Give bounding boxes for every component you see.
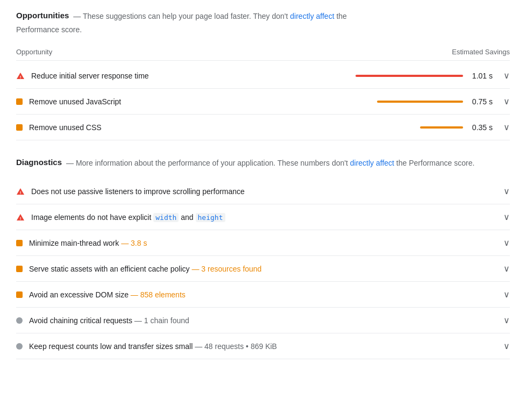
warning-square-icon — [16, 240, 23, 246]
col-header-opportunity: Opportunity — [16, 48, 52, 56]
desc-start: — These suggestions can help your page l… — [73, 12, 290, 20]
warning-triangle-icon: ! — [16, 213, 25, 222]
diagnostic-detail: — 858 elements — [129, 290, 186, 299]
chevron-down-icon[interactable]: ∨ — [503, 96, 510, 106]
savings-value: 0.75 s — [468, 97, 493, 106]
chevron-down-icon[interactable]: ∨ — [503, 186, 510, 196]
opportunity-label: Remove unused CSS — [29, 123, 102, 132]
row-right: 0.75 s∨ — [377, 96, 510, 106]
warning-square-icon — [16, 124, 23, 131]
opportunities-section: Opportunities — These suggestions can he… — [16, 11, 510, 140]
diagnostics-title: Diagnostics — [16, 158, 62, 167]
diag-desc-start: — More information about the performance… — [66, 159, 350, 167]
warning-square-icon — [16, 266, 23, 272]
diagnostic-left: Keep request counts low and transfer siz… — [16, 342, 499, 351]
diagnostic-detail: — 3 resources found — [190, 265, 262, 273]
diagnostic-row-request-counts[interactable]: Keep request counts low and transfer siz… — [16, 333, 510, 359]
diagnostic-left: Serve static assets with an efficient ca… — [16, 265, 499, 273]
diagnostic-row-image-elements[interactable]: !Image elements do not have explicit wid… — [16, 204, 510, 230]
info-circle-icon — [16, 317, 23, 324]
chevron-down-icon[interactable]: ∨ — [503, 315, 510, 325]
savings-bar — [356, 75, 463, 77]
diagnostic-row-passive-listeners[interactable]: !Does not use passive listeners to impro… — [16, 179, 510, 204]
warning-triangle-icon: ! — [16, 72, 25, 80]
diagnostic-detail: — 1 chain found — [132, 316, 189, 325]
row-left: Remove unused JavaScript — [16, 97, 377, 106]
diagnostic-label: Does not use passive listeners to improv… — [31, 187, 245, 196]
code-tag: width — [153, 213, 179, 222]
chevron-down-icon[interactable]: ∨ — [503, 341, 510, 351]
opportunity-label: Remove unused JavaScript — [29, 97, 121, 106]
row-left: Remove unused CSS — [16, 123, 420, 132]
chevron-down-icon[interactable]: ∨ — [503, 289, 510, 300]
warning-triangle-icon: ! — [16, 187, 25, 196]
diagnostic-label: Avoid chaining critical requests — 1 cha… — [29, 316, 189, 325]
opportunity-rows-container: !Reduce initial server response time1.01… — [16, 63, 510, 140]
diagnostics-header: Diagnostics — More information about the… — [16, 158, 510, 169]
savings-bar — [420, 126, 463, 129]
svg-text:!: ! — [20, 216, 22, 220]
opportunities-header: Opportunities — These suggestions can he… — [16, 11, 510, 22]
diagnostic-row-dom-size[interactable]: Avoid an excessive DOM size — 858 elemen… — [16, 282, 510, 308]
chevron-down-icon[interactable]: ∨ — [503, 238, 510, 248]
diagnostic-rows-container: !Does not use passive listeners to impro… — [16, 179, 510, 359]
directly-affect-link[interactable]: directly affect — [290, 12, 334, 20]
row-right: 0.35 s∨ — [420, 122, 510, 132]
diagnostic-left: Minimize main-thread work — 3.8 s — [16, 239, 499, 247]
diagnostic-left: Avoid an excessive DOM size — 858 elemen… — [16, 290, 499, 299]
warning-square-icon — [16, 291, 23, 298]
opportunities-subtext: Performance score. — [16, 25, 510, 34]
savings-bar — [377, 101, 463, 103]
row-left: !Reduce initial server response time — [16, 72, 356, 80]
opportunity-row-server-response-time[interactable]: !Reduce initial server response time1.01… — [16, 63, 510, 89]
diagnostic-label: Keep request counts low and transfer siz… — [29, 342, 277, 351]
info-circle-icon — [16, 343, 23, 350]
chevron-down-icon[interactable]: ∨ — [503, 212, 510, 222]
svg-text:!: ! — [20, 74, 22, 79]
diagnostic-row-cache-policy[interactable]: Serve static assets with an efficient ca… — [16, 256, 510, 282]
chevron-down-icon[interactable]: ∨ — [503, 70, 510, 81]
diagnostic-label: Avoid an excessive DOM size — 858 elemen… — [29, 290, 186, 299]
svg-text:!: ! — [20, 190, 22, 195]
diag-desc-end: the Performance score. — [394, 159, 474, 167]
code-tag: height — [196, 213, 225, 222]
diagnostic-left: !Does not use passive listeners to impro… — [16, 187, 499, 196]
savings-bar-container: 1.01 s — [356, 72, 493, 80]
diagnostic-row-main-thread[interactable]: Minimize main-thread work — 3.8 s∨ — [16, 230, 510, 256]
savings-value: 0.35 s — [468, 123, 493, 132]
opportunity-label: Reduce initial server response time — [31, 72, 149, 80]
diag-directly-affect-link[interactable]: directly affect — [350, 159, 394, 167]
savings-bar-container: 0.75 s — [377, 97, 493, 106]
opportunity-row-unused-css[interactable]: Remove unused CSS0.35 s∨ — [16, 115, 510, 140]
desc-end: the — [335, 12, 347, 20]
diagnostic-detail: — 48 requests • 869 KiB — [193, 342, 277, 351]
savings-bar-container: 0.35 s — [420, 123, 493, 132]
diagnostics-description: — More information about the performance… — [66, 158, 474, 169]
diagnostic-label: Image elements do not have explicit widt… — [31, 213, 225, 222]
diagnostic-left: Avoid chaining critical requests — 1 cha… — [16, 316, 499, 325]
diagnostic-row-critical-requests[interactable]: Avoid chaining critical requests — 1 cha… — [16, 308, 510, 333]
opportunities-description: — These suggestions can help your page l… — [73, 11, 347, 22]
diagnostic-label: Serve static assets with an efficient ca… — [29, 265, 261, 273]
opportunities-title: Opportunities — [16, 11, 69, 20]
diagnostic-label: Minimize main-thread work — 3.8 s — [29, 239, 147, 247]
row-right: 1.01 s∨ — [356, 70, 510, 81]
col-header-savings: Estimated Savings — [452, 48, 510, 56]
chevron-down-icon[interactable]: ∨ — [503, 264, 510, 274]
column-headers: Opportunity Estimated Savings — [16, 44, 510, 61]
opportunity-row-unused-javascript[interactable]: Remove unused JavaScript0.75 s∨ — [16, 89, 510, 115]
diagnostic-left: !Image elements do not have explicit wid… — [16, 213, 499, 222]
diagnostics-section: Diagnostics — More information about the… — [16, 158, 510, 359]
chevron-down-icon[interactable]: ∨ — [503, 122, 510, 132]
diagnostic-detail: — 3.8 s — [119, 239, 147, 247]
savings-value: 1.01 s — [468, 72, 493, 80]
warning-square-icon — [16, 98, 23, 105]
